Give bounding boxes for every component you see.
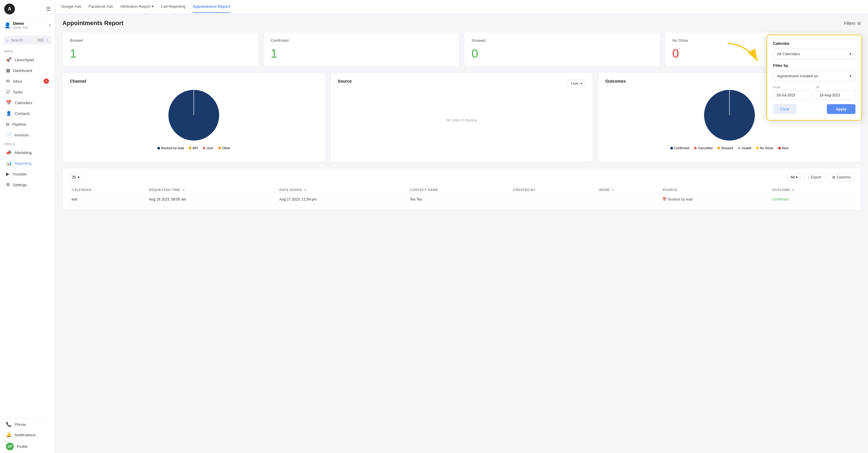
sidebar-item-reporting[interactable]: 📊 Reporting [2, 158, 53, 168]
clear-button[interactable]: Clear [773, 104, 797, 114]
main-content: Google Ads Facebook Ads Attribution Repo… [55, 0, 868, 453]
legend-dot [717, 147, 720, 150]
chevron-down-icon: ▾ [796, 175, 798, 180]
account-switcher[interactable]: 👤 Demo Irvine, CA ▾ [0, 18, 55, 33]
sidebar-item-tasks[interactable]: ☑ Tasks [2, 87, 53, 97]
source-user-select[interactable]: User ▾ [568, 80, 586, 88]
tools-section-label: Tools [0, 140, 55, 147]
sidebar-item-label: Inbox [13, 79, 22, 84]
profile-avatar: GP [6, 443, 14, 450]
legend-label: Cancelled [698, 146, 712, 150]
cell-outcome: Confirmed [769, 194, 855, 205]
sidebar-item-launchpad[interactable]: 🚀 Launchpad [2, 55, 53, 65]
filter-actions: Clear Apply [773, 104, 856, 114]
legend-cancelled: Cancelled [694, 146, 712, 150]
legend-confirmed: Confirmed [670, 146, 689, 150]
channel-pie-chart [167, 88, 221, 142]
sidebar-item-marketing[interactable]: 📣 Marketing [2, 148, 53, 158]
calendar-select[interactable]: All Calendars ▾ [773, 48, 856, 59]
account-info: Demo Irvine, CA [13, 21, 46, 29]
channel-chart: Channel Booked by lead API [62, 72, 326, 162]
outcome-value: Confirmed [772, 197, 788, 201]
legend-dot [157, 147, 160, 150]
topnav-call-reporting[interactable]: Call Reporting [161, 1, 185, 13]
topnav-appointment-report[interactable]: Appointment Report [193, 1, 230, 13]
filter-calendar-label: Calendar [773, 41, 856, 46]
page-size-value: 25 [72, 175, 76, 180]
sidebar-item-phone[interactable]: 📞 Phone [2, 419, 53, 429]
stat-cards: Booked 1 Confirmed 1 Showed 0 No Show 0 [62, 32, 861, 67]
calendars-icon: 📅 [6, 100, 12, 105]
account-icon: 👤 [4, 22, 11, 29]
launchpad-icon: 🚀 [6, 57, 12, 62]
sidebar-item-contacts[interactable]: 👤 Contacts [2, 108, 53, 119]
to-label: To [816, 85, 856, 89]
sidebar-item-label: Tasks [13, 90, 23, 94]
search-icon: ⌕ [6, 38, 9, 42]
sidebar-item-invoices[interactable]: 📄 Invoices [2, 130, 53, 140]
stat-card-booked: Booked 1 [62, 32, 258, 67]
sidebar-item-dashboard[interactable]: ▦ Dashboard [2, 65, 53, 75]
col-outcome: OUTCOME ⇅ [769, 186, 855, 194]
hamburger-icon[interactable]: ☰ [46, 6, 51, 12]
sidebar-item-calendars[interactable]: 📅 Calendars [2, 98, 53, 108]
chevron-down-icon: ▾ [78, 175, 80, 180]
filters-label: Filters [844, 21, 856, 26]
col-calendar: CALENDAR [69, 186, 146, 194]
stat-card-showed: Showed 0 [464, 32, 660, 67]
outcomes-legend: Confirmed Cancelled Showed Invalid [670, 146, 788, 150]
search-label: Search [11, 38, 35, 42]
col-date-added: DATE ADDED ⇅ [277, 186, 407, 194]
appointments-table-section: 25 ▾ All ▾ ↓ Export ⊞ Columns [62, 168, 861, 210]
cell-contact-name: Tes Tes [407, 194, 510, 205]
page-size-select[interactable]: 25 ▾ [69, 173, 83, 181]
sidebar-item-settings[interactable]: ⚙ Settings [2, 180, 53, 190]
sort-icon: ⇅ [304, 188, 307, 192]
page-title: Appointments Report [62, 20, 123, 27]
filters-icon: ⊟ [857, 21, 861, 26]
contacts-icon: 👤 [6, 111, 12, 116]
legend-api: API [189, 146, 198, 150]
sidebar-item-youtube[interactable]: ▶ Youtube [2, 169, 53, 179]
sidebar-item-notifications[interactable]: 🔔 Notifications [2, 430, 53, 440]
notifications-icon: 🔔 [6, 432, 12, 438]
all-filter-select[interactable]: All ▾ [787, 173, 801, 181]
topnav-attribution-report[interactable]: Attribution Report ▾ [120, 1, 154, 13]
col-mode: MODE ⇅ [596, 186, 659, 194]
cell-date-added: Aug 17 2023, 11:54 pm [277, 194, 407, 205]
filter-by-select[interactable]: Appointment created on ▾ [773, 71, 856, 81]
sidebar-item-inbox[interactable]: ✉ Inbox 0 [2, 76, 53, 86]
from-input[interactable] [773, 90, 812, 100]
filters-button[interactable]: Filters ⊟ [844, 21, 861, 26]
stat-booked-value: 1 [70, 47, 251, 60]
to-input[interactable] [816, 90, 856, 100]
col-created-by: CREATED BY [510, 186, 596, 194]
cell-requested-time: Aug 18 2023, 08:00 am [146, 194, 277, 205]
export-button[interactable]: ↓ Export [804, 173, 825, 182]
source-icon: 📅 [662, 197, 667, 201]
all-label: All [790, 175, 795, 180]
cell-calendar: test [69, 194, 146, 205]
legend-label: Invalid [742, 146, 751, 150]
sidebar-item-label: Launchpad [14, 58, 34, 62]
legend-no-show: No Show [756, 146, 773, 150]
topnav-google-ads[interactable]: Google Ads [61, 1, 81, 13]
columns-icon: ⊞ [832, 175, 835, 180]
sidebar-item-label: Contacts [14, 111, 30, 116]
topnav-facebook-ads[interactable]: Facebook Ads [88, 1, 113, 13]
arrow-icon: ↑ [46, 38, 49, 42]
legend-label: Other [222, 146, 230, 150]
sidebar-item-profile[interactable]: GP Profile [2, 440, 53, 453]
sidebar-item-pipeline[interactable]: ⧉ Pipeline [2, 119, 53, 129]
search-bar[interactable]: ⌕ Search ⌘K ↑ [4, 35, 51, 44]
chevron-down-icon: ▾ [49, 23, 51, 28]
export-label: Export [811, 175, 822, 180]
legend-label: Confirmed [674, 146, 689, 150]
filter-date-range: From To [773, 85, 856, 100]
legend-other: Other [218, 146, 230, 150]
account-name: Demo [13, 21, 46, 26]
columns-button[interactable]: ⊞ Columns [828, 173, 855, 182]
apply-button[interactable]: Apply [827, 104, 856, 114]
marketing-icon: 📣 [6, 150, 12, 155]
chevron-down-icon: ▾ [581, 82, 582, 86]
